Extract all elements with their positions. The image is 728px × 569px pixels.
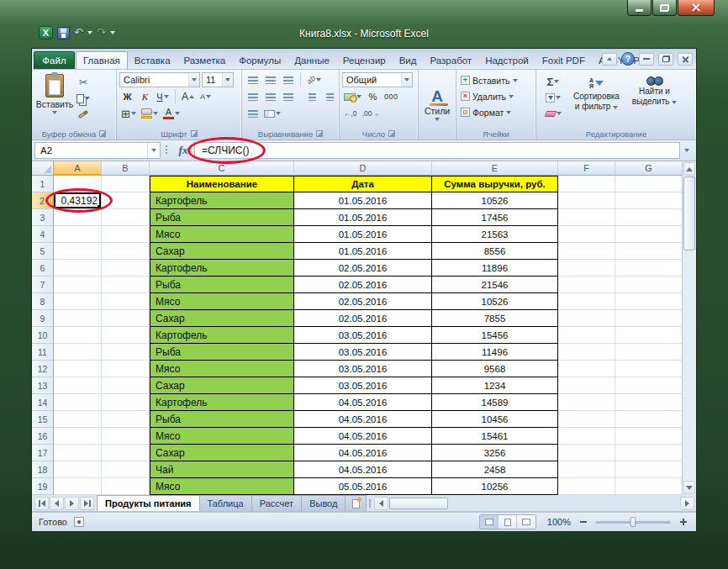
- row-header-14[interactable]: 14: [32, 394, 54, 411]
- excel-app-icon[interactable]: X: [39, 26, 53, 40]
- cell-C10[interactable]: Картофель: [150, 327, 294, 344]
- cell-F3[interactable]: [558, 209, 615, 226]
- cell-E10[interactable]: 15456: [432, 327, 558, 344]
- cell-B7[interactable]: [102, 277, 150, 293]
- help-icon[interactable]: ?: [621, 52, 635, 66]
- ribbon-tab-Foxit PDF[interactable]: Foxit PDF: [535, 51, 592, 69]
- cell-D4[interactable]: 01.05.2016: [294, 226, 432, 243]
- clear-button[interactable]: [539, 106, 567, 121]
- cell-D9[interactable]: 02.05.2016: [294, 310, 432, 327]
- workbook-minimize-button[interactable]: [639, 53, 654, 66]
- cell-G11[interactable]: [615, 344, 682, 361]
- cell-C17[interactable]: Сахар: [150, 445, 294, 461]
- cell-A8[interactable]: [54, 293, 102, 310]
- ribbon-tab-Вставка[interactable]: Вставка: [128, 51, 177, 69]
- column-header-C[interactable]: C: [150, 161, 294, 176]
- cell-D2[interactable]: 01.05.2016: [294, 192, 432, 209]
- cell-A4[interactable]: [54, 226, 102, 243]
- cell-B4[interactable]: [102, 226, 150, 243]
- cell-F17[interactable]: [558, 445, 615, 461]
- customize-qat-icon[interactable]: [110, 31, 115, 34]
- cell-C16[interactable]: Мясо: [150, 428, 294, 445]
- cell-B1[interactable]: [102, 176, 150, 192]
- cell-G3[interactable]: [615, 209, 682, 226]
- cell-B2[interactable]: [102, 192, 150, 209]
- row-header-2[interactable]: 2: [32, 192, 54, 209]
- cell-E5[interactable]: 8556: [432, 243, 558, 260]
- cell-B19[interactable]: [102, 478, 150, 495]
- horizontal-scrollbar[interactable]: [372, 495, 696, 511]
- cell-E13[interactable]: 1234: [432, 377, 558, 394]
- cell-E19[interactable]: 10256: [432, 478, 558, 495]
- scroll-up-button[interactable]: [683, 162, 695, 176]
- cell-B16[interactable]: [102, 428, 150, 445]
- copy-button[interactable]: [75, 91, 92, 106]
- styles-button[interactable]: А Стили: [421, 72, 453, 137]
- cell-A12[interactable]: [54, 361, 102, 377]
- cell-F11[interactable]: [558, 344, 615, 361]
- cell-F6[interactable]: [558, 260, 615, 277]
- formula-input[interactable]: =СЛЧИС(): [194, 142, 680, 159]
- cell-F19[interactable]: [558, 478, 615, 495]
- ribbon-tab-Данные[interactable]: Данные: [288, 51, 336, 69]
- underline-button[interactable]: Ч: [155, 89, 171, 104]
- row-header-12[interactable]: 12: [32, 361, 54, 377]
- cell-A16[interactable]: [54, 428, 102, 445]
- ribbon-tab-Разработ[interactable]: Разработ: [424, 51, 479, 69]
- merge-center-button[interactable]: [262, 106, 282, 121]
- cell-F5[interactable]: [558, 243, 615, 260]
- cell-D1[interactable]: Дата: [294, 176, 432, 192]
- cell-F4[interactable]: [558, 226, 615, 243]
- cell-B5[interactable]: [102, 243, 150, 260]
- cell-G8[interactable]: [615, 293, 682, 310]
- zoom-level[interactable]: 100%: [542, 517, 571, 527]
- sheet-tab-Вывод[interactable]: Вывод: [301, 495, 346, 511]
- column-header-G[interactable]: G: [615, 161, 682, 176]
- cell-F9[interactable]: [558, 310, 615, 327]
- previous-sheet-button[interactable]: [50, 497, 64, 510]
- increase-indent-button[interactable]: [322, 89, 338, 104]
- cell-A10[interactable]: [54, 327, 102, 344]
- cell-C2[interactable]: Картофель: [150, 192, 294, 209]
- cell-D10[interactable]: 03.05.2016: [294, 327, 432, 344]
- last-sheet-button[interactable]: [80, 497, 94, 510]
- row-header-16[interactable]: 16: [32, 428, 54, 445]
- cell-B14[interactable]: [102, 394, 150, 411]
- number-format-select[interactable]: Общий: [342, 72, 413, 87]
- insert-function-button[interactable]: fx: [172, 142, 194, 159]
- font-size-select[interactable]: 11: [202, 72, 234, 87]
- expand-formula-bar-button[interactable]: [680, 142, 694, 159]
- cell-A19[interactable]: [54, 478, 102, 495]
- scroll-down-button[interactable]: [683, 481, 695, 494]
- row-header-15[interactable]: 15: [32, 411, 54, 428]
- cell-B10[interactable]: [102, 327, 150, 344]
- clipboard-dialog-launcher[interactable]: [99, 130, 106, 137]
- cell-G9[interactable]: [615, 310, 682, 327]
- column-header-B[interactable]: B: [102, 161, 150, 176]
- cell-C13[interactable]: Сахар: [150, 377, 294, 394]
- sheet-tab-Рассчет[interactable]: Рассчет: [251, 495, 303, 511]
- cell-A17[interactable]: [54, 445, 102, 461]
- cell-C3[interactable]: Рыба: [150, 209, 294, 226]
- font-name-select[interactable]: Calibri: [119, 72, 200, 87]
- normal-view-button[interactable]: [480, 515, 499, 529]
- minimize-button[interactable]: [627, 0, 652, 16]
- row-header-1[interactable]: 1: [32, 176, 54, 192]
- vertical-scrollbar-thumb[interactable]: [683, 176, 695, 250]
- find-select-button[interactable]: Найти и выделить: [625, 72, 683, 127]
- cell-D13[interactable]: 03.05.2016: [294, 377, 432, 394]
- row-header-6[interactable]: 6: [32, 260, 54, 277]
- format-painter-button[interactable]: [75, 107, 92, 122]
- cell-A15[interactable]: [54, 411, 102, 428]
- cell-F18[interactable]: [558, 461, 615, 478]
- cell-C18[interactable]: Чай: [150, 461, 294, 478]
- row-header-9[interactable]: 9: [32, 310, 54, 327]
- cell-C8[interactable]: Мясо: [150, 293, 294, 310]
- cell-A2[interactable]: 0,43192: [54, 192, 102, 209]
- next-sheet-button[interactable]: [65, 497, 79, 510]
- row-header-19[interactable]: 19: [32, 478, 54, 495]
- row-header-13[interactable]: 13: [32, 377, 54, 394]
- bold-button[interactable]: Ж: [119, 89, 135, 104]
- vertical-scrollbar-track[interactable]: [683, 250, 696, 480]
- cell-B8[interactable]: [102, 293, 150, 310]
